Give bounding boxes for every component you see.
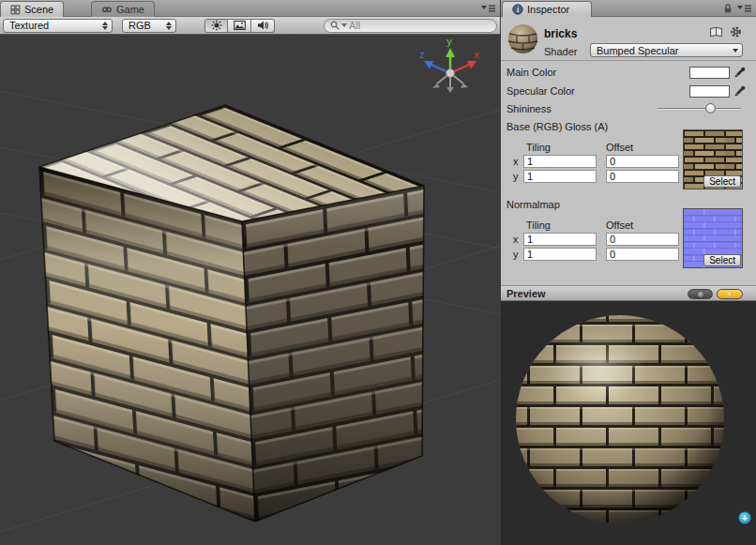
preview-add-button[interactable]: + (738, 511, 751, 524)
normalmap-tiling-x-input[interactable] (523, 233, 597, 246)
normalmap-title: Normalmap (507, 199, 560, 210)
gizmo-y-label[interactable]: y (446, 36, 452, 47)
eyedropper-icon[interactable] (733, 66, 747, 79)
tab-game[interactable]: Game (91, 1, 155, 17)
help-book-icon[interactable] (709, 25, 723, 38)
scene-render: y x z (0, 35, 500, 545)
offset-header: Offset (606, 142, 633, 153)
preview-sphere (501, 301, 756, 545)
shininess-slider[interactable] (656, 102, 743, 114)
audio-toggle-button[interactable] (251, 19, 275, 33)
pane-menu-icon[interactable] (737, 4, 752, 13)
preview-header: Preview (501, 285, 756, 301)
tab-scene[interactable]: Scene (0, 1, 64, 17)
shader-label: Shader (544, 46, 577, 57)
preview-title: Preview (507, 288, 546, 299)
specular-color-swatch[interactable] (689, 85, 730, 98)
material-preview-area[interactable]: + (501, 301, 756, 545)
scene-viewport[interactable]: y x z (0, 35, 500, 545)
tiling-header: Tiling (526, 220, 551, 231)
base-texture-thumbnail[interactable]: Select (683, 129, 743, 189)
scene-search-field[interactable] (324, 19, 497, 33)
main-color-label: Main Color (507, 67, 556, 78)
base-tiling-y-input[interactable] (523, 170, 597, 183)
main-color-swatch[interactable] (689, 67, 730, 79)
base-texture-select-button[interactable]: Select (703, 175, 741, 188)
base-tiling-x-input[interactable] (523, 155, 597, 168)
slider-thumb[interactable] (705, 103, 716, 114)
x-axis-label: x (513, 156, 519, 167)
tab-game-label: Game (116, 4, 144, 15)
orientation-gizmo[interactable]: y x z (419, 36, 479, 93)
gizmo-z-label[interactable]: z (419, 49, 425, 60)
shader-dropdown[interactable]: Bumped Specular (590, 43, 743, 57)
draw-mode-value: Textured (9, 20, 49, 31)
base-gloss-title: Base (RGB) Gloss (A) (507, 121, 608, 132)
normalmap-offset-y-input[interactable] (606, 248, 679, 261)
tiling-header: Tiling (526, 142, 551, 153)
normalmap-offset-x-input[interactable] (606, 233, 679, 246)
image-icon (234, 20, 246, 31)
base-offset-x-input[interactable] (606, 155, 679, 168)
inspector-tabbar: i Inspector (501, 0, 756, 17)
y-axis-label: y (513, 171, 519, 182)
render-mode-value: RGB (129, 20, 151, 31)
skybox-toggle-button[interactable] (228, 19, 251, 33)
scene-pane: Scene Game Textured RGB (0, 0, 500, 545)
game-icon (101, 4, 113, 15)
material-name: bricks (544, 27, 577, 40)
sun-icon (211, 20, 222, 31)
x-axis-label: x (513, 234, 519, 245)
dropdown-arrows-icon (166, 22, 172, 30)
offset-header: Offset (606, 220, 633, 231)
lighting-toggle-button[interactable] (204, 19, 228, 33)
slider-track (658, 108, 741, 110)
info-icon: i (512, 4, 523, 15)
dropdown-arrows-icon (102, 22, 108, 30)
dot-icon (727, 292, 733, 297)
gizmo-x-label[interactable]: x (474, 49, 479, 60)
search-input[interactable] (349, 20, 491, 31)
inspector-pane: i Inspector (500, 0, 756, 545)
scene-toolbar: Textured RGB (0, 17, 500, 35)
eyedropper-icon[interactable] (733, 84, 747, 98)
pane-menu-icon[interactable] (481, 4, 496, 13)
tab-inspector[interactable]: i Inspector (502, 1, 592, 17)
chevron-down-icon (733, 49, 738, 53)
preview-options-toggle[interactable] (688, 289, 713, 299)
view-toggle-group (204, 19, 275, 33)
normalmap-select-button[interactable]: Select (703, 254, 741, 266)
base-offset-y-input[interactable] (606, 170, 679, 183)
search-icon (330, 21, 340, 30)
normalmap-tiling-y-input[interactable] (523, 248, 597, 261)
scene-grid-icon (10, 5, 21, 15)
preview-light-toggle[interactable] (717, 289, 743, 299)
material-preview-icon (507, 23, 538, 54)
render-mode-dropdown[interactable]: RGB (122, 19, 176, 33)
normalmap-thumbnail[interactable]: Select (683, 208, 743, 268)
shininess-label: Shininess (507, 103, 552, 114)
shader-value: Bumped Specular (597, 45, 678, 56)
tab-scene-label: Scene (24, 4, 53, 15)
material-header: bricks Shader Bumped Specular (501, 17, 756, 61)
brick-cube (39, 105, 424, 522)
speaker-icon (257, 20, 269, 31)
dot-icon (698, 292, 703, 297)
tab-inspector-label: Inspector (527, 4, 569, 15)
draw-mode-dropdown[interactable]: Textured (3, 19, 113, 33)
gear-icon[interactable] (729, 25, 743, 38)
y-axis-label: y (513, 249, 519, 260)
specular-color-label: Specular Color (507, 85, 575, 97)
scene-tabbar: Scene Game (0, 0, 500, 17)
svg-text:i: i (517, 5, 520, 14)
lock-icon[interactable] (722, 3, 733, 14)
unity-editor-window: Scene Game Textured RGB (0, 0, 756, 545)
search-filter-arrow-icon[interactable] (341, 23, 347, 27)
